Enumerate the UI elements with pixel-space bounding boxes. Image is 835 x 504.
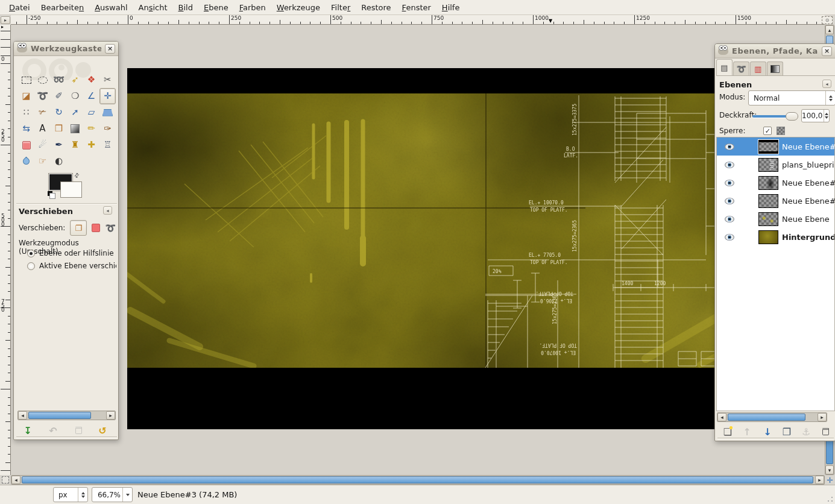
blur-tool[interactable] (18, 153, 34, 169)
scroll-right-button[interactable]: ▸ (815, 476, 824, 484)
menu-bild[interactable]: Bild (173, 1, 198, 14)
anchor-layer-button[interactable]: ⚓ (799, 425, 813, 438)
tab-paths[interactable]: ➰ (733, 61, 749, 75)
scale-tool[interactable]: ➚ (67, 104, 83, 121)
navigation-button[interactable]: ✛ (825, 476, 834, 485)
layer-thumbnail[interactable] (758, 194, 778, 208)
menu-restore[interactable]: Restore (356, 1, 396, 14)
move-tool[interactable]: ✛ (99, 88, 116, 104)
toolbox-titlebar[interactable]: Werkzeugkaste × (14, 42, 118, 56)
scroll-down-button[interactable]: ▾ (825, 465, 834, 474)
move-path-button[interactable]: ➰ (105, 223, 115, 233)
zoom-chevron[interactable] (122, 488, 132, 502)
scroll-left-button[interactable]: ◂ (717, 413, 726, 421)
delete-options-button[interactable] (72, 424, 85, 437)
move-layer-button[interactable]: ❐ (70, 220, 87, 236)
visibility-eye-icon[interactable] (725, 143, 734, 150)
layer-row[interactable]: plans_blueprint (717, 156, 834, 174)
layer-name[interactable]: Hintergrund (782, 233, 835, 242)
free-select-tool[interactable]: ➿ (51, 72, 67, 88)
unit-combo[interactable]: px (53, 487, 88, 502)
save-options-button[interactable]: ↧ (21, 424, 34, 437)
move-selection-button[interactable] (92, 224, 100, 232)
heal-tool[interactable]: ✚ (83, 137, 99, 153)
menu-fenster[interactable]: Fenster (397, 1, 436, 14)
layer-row[interactable]: Neue Ebene#1 (717, 192, 834, 210)
zoom-combo[interactable]: 66,7% (92, 487, 133, 502)
horizontal-ruler[interactable]: -2500250500750100012501500▼ (11, 15, 825, 25)
menu-ebene[interactable]: Ebene (198, 1, 234, 14)
pencil-tool[interactable]: ✏ (83, 121, 99, 137)
layer-thumbnail[interactable] (758, 212, 778, 226)
lock-alpha-icon[interactable] (777, 127, 785, 135)
select-by-color-tool[interactable]: ❖ (83, 72, 99, 88)
layer-name[interactable]: Neue Ebene#1 (782, 197, 835, 206)
close-icon[interactable]: × (105, 44, 115, 54)
toolbox-scroll-thumb[interactable] (28, 412, 91, 419)
color-picker-tool[interactable]: ✐ (51, 88, 67, 104)
zoom-fit-icon[interactable]: ⊙ (822, 16, 833, 24)
resize-grip[interactable] (827, 496, 834, 503)
align-tool[interactable]: ∷ (18, 104, 34, 121)
foreground-select-tool[interactable]: ◪ (18, 88, 34, 104)
ink-tool[interactable]: ✒ (51, 137, 67, 153)
visibility-eye-icon[interactable] (725, 198, 734, 204)
menu-farben[interactable]: Farben (234, 1, 271, 14)
canvas-area[interactable]: 15x275=3375B.OLATF.EL.+ 10070.0TOP OF PL… (11, 25, 825, 475)
measure-tool[interactable]: ∠ (83, 88, 99, 104)
layer-thumbnail[interactable] (758, 158, 778, 172)
shear-tool[interactable]: ▱ (83, 104, 99, 121)
tab-layers[interactable]: ▤ (716, 59, 733, 75)
layer-row[interactable]: Hintergrund (717, 228, 834, 246)
layer-row[interactable]: Neue Ebene#2 (717, 174, 834, 192)
reset-options-button[interactable]: ↺ (96, 424, 109, 437)
menu-ansicht[interactable]: Ansicht (133, 1, 173, 14)
scroll-right-button[interactable]: ▸ (106, 411, 115, 420)
tab-channels[interactable]: ▥ (750, 61, 766, 75)
raise-layer-button[interactable]: ↑ (740, 425, 754, 438)
visibility-eye-icon[interactable] (725, 180, 734, 186)
close-icon[interactable]: × (822, 46, 832, 56)
quick-mask-toggle[interactable] (2, 476, 9, 484)
crop-tool[interactable]: ✃ (34, 104, 51, 121)
visibility-eye-icon[interactable] (725, 162, 734, 168)
menu-werkzeuge[interactable]: Werkzeuge (271, 1, 326, 14)
smudge-tool[interactable]: ☞ (34, 153, 51, 169)
layers-scrollbar[interactable]: ◂ ▸ (717, 412, 827, 422)
opacity-spinbox[interactable]: 100,0 (801, 109, 830, 122)
toolbox-scrollbar[interactable]: ◂ ▸ (17, 411, 116, 420)
layer-thumbnail[interactable] (758, 176, 778, 190)
radio-on-icon[interactable] (27, 250, 35, 257)
perspective-tool[interactable] (99, 104, 116, 121)
layers-dialog[interactable]: Ebenen, Pfade, Kan × ▤➰▥ Ebenen ◂ Modus:… (714, 43, 835, 441)
layer-row[interactable]: Neue Ebene#3 (717, 137, 834, 156)
ruler-menu-button[interactable]: ▸ (1, 16, 10, 24)
layer-mode-combo[interactable]: Normal (748, 90, 835, 106)
delete-layer-button[interactable] (819, 425, 832, 438)
paintbrush-tool[interactable]: ✑ (99, 121, 116, 137)
eraser-tool[interactable] (18, 137, 34, 153)
horizontal-scroll-thumb[interactable] (22, 476, 813, 484)
clone-tool[interactable]: ♜ (67, 137, 83, 153)
revert-options-button[interactable]: ↶ (46, 424, 60, 437)
lower-layer-button[interactable]: ↓ (761, 425, 774, 438)
layer-thumbnail[interactable] (758, 230, 778, 244)
vertical-ruler[interactable]: 02 5 05 0 07 5 0▸ (0, 25, 11, 475)
opacity-slider[interactable] (752, 112, 798, 121)
menu-datei[interactable]: Datei (4, 1, 36, 14)
swap-colors-icon[interactable]: ⇄ (72, 171, 81, 180)
scissors-tool[interactable]: ✂ (99, 72, 116, 88)
menu-filter[interactable]: Filter (326, 1, 356, 14)
new-layer-button[interactable]: ❏ (721, 425, 734, 438)
toolbox-window[interactable]: Werkzeugkaste × ➿➶❖✂◪➰✐❍∠✛∷✃↻➚▱⇆A❒✏✑☄✒♜✚… (13, 41, 119, 440)
unit-stepper[interactable] (78, 488, 87, 502)
scroll-up-button[interactable]: ▴ (825, 25, 834, 34)
layer-thumbnail[interactable] (758, 140, 778, 154)
airbrush-tool[interactable]: ☄ (34, 137, 51, 153)
radio-pick-layer[interactable]: Ebene oder Hilfslinie a (27, 249, 116, 257)
layer-name[interactable]: Neue Ebene#3 (782, 142, 835, 151)
perspective-clone-tool[interactable]: ♖ (99, 137, 116, 153)
zoom-tool[interactable]: ❍ (67, 88, 83, 104)
bucket-fill-tool[interactable]: ❒ (51, 121, 67, 137)
collapse-layers-button[interactable]: ◂ (822, 80, 831, 88)
